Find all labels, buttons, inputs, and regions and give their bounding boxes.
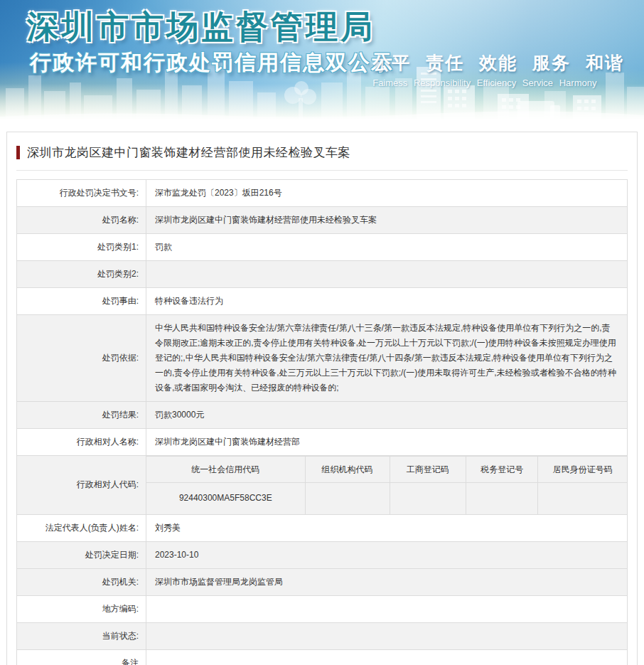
- row-label: 行政相对人代码:: [17, 456, 146, 515]
- table-row: 地方编码:: [17, 595, 628, 622]
- party-code-subtable: 统一社会信用代码组织机构代码工商登记码税务登记号居民身份证号码92440300M…: [146, 456, 627, 514]
- subtable-value-cell: [466, 483, 538, 514]
- row-label: 行政相对人名称:: [17, 429, 146, 456]
- info-table-body: 行政处罚决定书文号:深市监龙处罚〔2023〕坂田216号处罚名称:深圳市龙岗区建…: [17, 180, 628, 665]
- row-label: 备注: [17, 649, 146, 665]
- subtable-value-cell: [538, 483, 627, 514]
- row-label: 处罚机关:: [17, 568, 146, 595]
- subtable-header-cell: 组织机构代码: [305, 457, 390, 483]
- row-value: 深圳市龙岗区建中门窗装饰建材经营部使用未经检验叉车案: [146, 207, 628, 234]
- table-row: 行政相对人名称:深圳市龙岗区建中门窗装饰建材经营部: [17, 429, 628, 456]
- table-row: 处罚类别2:: [17, 261, 628, 288]
- content-panel: 深圳市龙岗区建中门窗装饰建材经营部使用未经检验叉车案 行政处罚决定书文号:深市监…: [6, 132, 638, 665]
- row-label: 处罚名称:: [17, 207, 146, 234]
- row-label: 地方编码:: [17, 595, 146, 622]
- case-title-row: 深圳市龙岗区建中门窗装饰建材经营部使用未经检验叉车案: [7, 132, 637, 170]
- subtable-value-cell: [305, 483, 390, 514]
- row-value: [146, 261, 628, 288]
- row-value: 刘秀美: [146, 514, 628, 541]
- row-label: 法定代表人(负责人)姓名:: [17, 514, 146, 541]
- row-value-nested: 统一社会信用代码组织机构代码工商登记码税务登记号居民身份证号码92440300M…: [146, 456, 628, 515]
- subtable-value-row: 92440300MA5F58CC3E: [146, 483, 627, 514]
- org-title: 深圳市市场监督管理局: [27, 6, 375, 48]
- row-label: 处罚结果:: [17, 402, 146, 429]
- table-row: 处罚名称:深圳市龙岗区建中门窗装饰建材经营部使用未经检验叉车案: [17, 207, 628, 234]
- title-separator: [16, 170, 628, 171]
- penalty-info-table: 行政处罚决定书文号:深市监龙处罚〔2023〕坂田216号处罚名称:深圳市龙岗区建…: [16, 179, 628, 665]
- header-banner: 深圳市市场监督管理局 行政许可和行政处罚信用信息双公示 公平 责任 效能 服务 …: [0, 0, 644, 119]
- subtable-header-cell: 居民身份证号码: [538, 457, 627, 483]
- subtable-header-cell: 工商登记码: [390, 457, 466, 483]
- subtable-value-cell: [390, 483, 466, 514]
- row-value: 深市监龙处罚〔2023〕坂田216号: [146, 180, 628, 207]
- row-value: 罚款: [146, 234, 628, 261]
- table-row: 行政相对人代码:统一社会信用代码组织机构代码工商登记码税务登记号居民身份证号码9…: [17, 456, 628, 515]
- row-label: 处罚事由:: [17, 288, 146, 315]
- row-value: [146, 595, 628, 622]
- slogan-block: 公平 责任 效能 服务 和谐 Faimess Responsibility Ef…: [372, 51, 624, 88]
- row-value: 罚款30000元: [146, 402, 628, 429]
- row-value: 特种设备违法行为: [146, 288, 628, 315]
- subtable-header-cell: 税务登记号: [466, 457, 538, 483]
- table-row: 处罚决定日期:2023-10-10: [17, 541, 628, 568]
- title-accent-bar: [16, 146, 20, 159]
- table-row: 法定代表人(负责人)姓名:刘秀美: [17, 514, 628, 541]
- row-label: 处罚类别1:: [17, 234, 146, 261]
- row-label: 处罚决定日期:: [17, 541, 146, 568]
- table-row: 行政处罚决定书文号:深市监龙处罚〔2023〕坂田216号: [17, 180, 628, 207]
- row-value: 深圳市龙岗区建中门窗装饰建材经营部: [146, 429, 628, 456]
- row-label: 行政处罚决定书文号:: [17, 180, 146, 207]
- table-row: 处罚结果:罚款30000元: [17, 402, 628, 429]
- subtable-header-cell: 统一社会信用代码: [146, 457, 305, 483]
- row-label: 当前状态:: [17, 622, 146, 649]
- slogan-chinese: 公平 责任 效能 服务 和谐: [372, 51, 624, 75]
- table-row: 处罚依据:中华人民共和国特种设备安全法/第六章法律责任/第八十三条/第一款违反本…: [17, 315, 628, 402]
- row-value: 深圳市市场监督管理局龙岗监管局: [146, 568, 628, 595]
- table-row: 处罚类别1:罚款: [17, 234, 628, 261]
- subtable-value-cell: 92440300MA5F58CC3E: [146, 483, 305, 514]
- table-row: 当前状态:: [17, 622, 628, 649]
- case-title: 深圳市龙岗区建中门窗装饰建材经营部使用未经检验叉车案: [27, 144, 350, 161]
- table-row: 处罚机关:深圳市市场监督管理局龙岗监管局: [17, 568, 628, 595]
- row-value: 2023-10-10: [146, 541, 628, 568]
- banner-subtitle: 行政许可和行政处罚信用信息双公示: [30, 48, 394, 78]
- table-row: 处罚事由:特种设备违法行为: [17, 288, 628, 315]
- row-value: 中华人民共和国特种设备安全法/第六章法律责任/第八十三条/第一款违反本法规定,特…: [146, 315, 628, 402]
- subtable-header-row: 统一社会信用代码组织机构代码工商登记码税务登记号居民身份证号码: [146, 457, 627, 483]
- slogan-english: Faimess Responsibility Efficiency Servic…: [372, 78, 624, 88]
- row-label: 处罚依据:: [17, 315, 146, 402]
- row-value: [146, 622, 628, 649]
- row-label: 处罚类别2:: [17, 261, 146, 288]
- table-row: 备注: [17, 649, 628, 665]
- row-value: [146, 649, 628, 665]
